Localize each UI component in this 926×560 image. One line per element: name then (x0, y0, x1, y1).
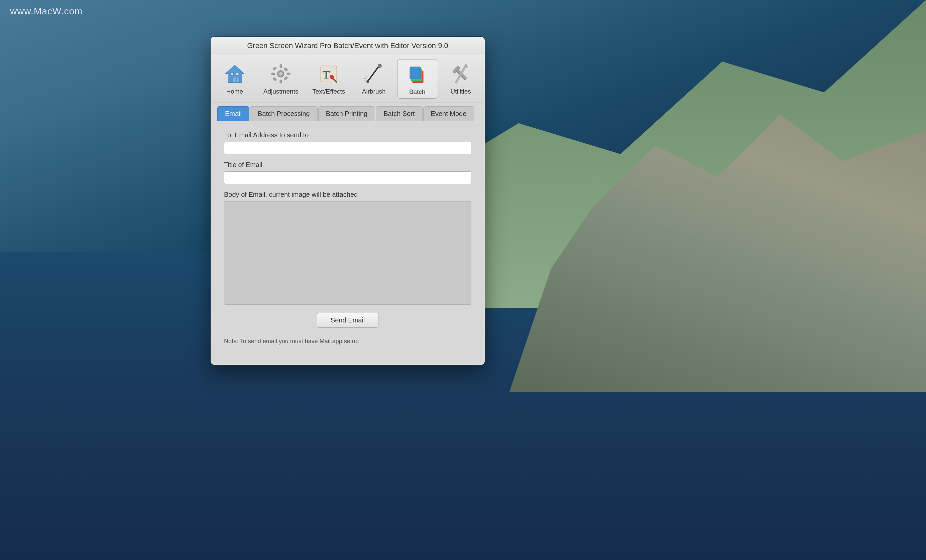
tab-bar: Email Batch Processing Batch Printing Ba… (210, 103, 485, 121)
email-body-textarea[interactable] (224, 201, 471, 305)
note-text: Note: To send email you must have Mail.a… (224, 335, 471, 348)
svg-point-24 (365, 78, 366, 79)
title-label: Title of Email (224, 161, 471, 169)
gear-icon (269, 62, 293, 86)
toolbar-airbrush[interactable]: Airbrush (354, 59, 394, 98)
tab-batch-printing[interactable]: Batch Printing (318, 106, 375, 121)
svg-point-6 (235, 80, 236, 80)
toolbar: Home (210, 55, 485, 103)
svg-rect-14 (284, 68, 288, 71)
svg-point-26 (364, 80, 365, 81)
svg-text:T: T (322, 68, 330, 81)
svg-point-25 (366, 76, 367, 77)
toolbar-adjustments[interactable]: Adjustments (258, 59, 304, 98)
svg-rect-30 (410, 67, 421, 79)
text-effects-label: Text/Effects (312, 88, 345, 95)
svg-line-21 (368, 66, 379, 80)
utilities-icon (449, 62, 473, 86)
svg-rect-4 (236, 72, 239, 75)
svg-rect-15 (273, 77, 277, 81)
svg-rect-12 (287, 73, 290, 75)
toolbar-home[interactable]: Home (215, 59, 255, 98)
svg-point-23 (378, 64, 381, 68)
tab-event-mode[interactable]: Event Mode (423, 106, 474, 121)
text-effects-icon: T (316, 62, 340, 86)
body-label: Body of Email, current image will be att… (224, 191, 471, 198)
toolbar-batch[interactable]: Batch (397, 59, 437, 98)
content-area: To: Email Address to send to Title of Em… (210, 121, 485, 358)
airbrush-label: Airbrush (362, 88, 386, 95)
watermark: www.MacW.com (10, 6, 83, 17)
tab-batch-processing[interactable]: Batch Processing (250, 106, 318, 121)
email-title-input[interactable] (224, 171, 471, 184)
svg-rect-10 (280, 80, 282, 83)
send-email-button[interactable]: Send Email (317, 313, 378, 328)
svg-rect-9 (280, 65, 282, 68)
airbrush-icon (362, 62, 386, 86)
svg-rect-11 (271, 73, 275, 75)
app-window: Green Screen Wizard Pro Batch/Event with… (210, 37, 485, 365)
toolbar-text-effects[interactable]: T Text/Effects (307, 59, 350, 98)
utilities-label: Utilities (451, 88, 471, 95)
svg-point-27 (367, 81, 368, 82)
bottom-padding (210, 358, 485, 365)
svg-rect-16 (284, 77, 288, 80)
email-to-input[interactable] (224, 142, 471, 154)
batch-icon (405, 62, 429, 86)
adjustments-label: Adjustments (263, 88, 298, 95)
home-icon (222, 62, 247, 86)
tab-batch-sort[interactable]: Batch Sort (376, 106, 422, 121)
toolbar-utilities[interactable]: Utilities (440, 59, 481, 98)
title-bar: Green Screen Wizard Pro Batch/Event with… (210, 37, 485, 55)
svg-rect-3 (231, 72, 233, 75)
svg-rect-13 (273, 66, 277, 70)
window-title: Green Screen Wizard Pro Batch/Event with… (247, 41, 448, 50)
batch-label: Batch (409, 88, 425, 95)
home-label: Home (226, 88, 243, 95)
svg-point-8 (279, 72, 283, 75)
email-to-label: To: Email Address to send to (224, 131, 471, 139)
tab-email[interactable]: Email (217, 106, 250, 121)
